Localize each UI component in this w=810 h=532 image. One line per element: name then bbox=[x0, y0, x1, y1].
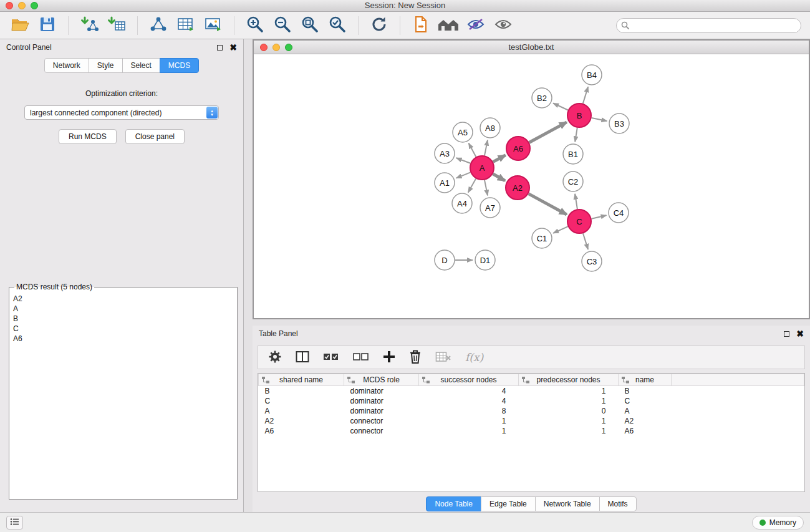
table-row[interactable]: Bdominator41B bbox=[259, 386, 804, 396]
minimize-window-button[interactable] bbox=[18, 2, 26, 9]
table-row[interactable]: A2connector11A2 bbox=[259, 416, 804, 426]
graph-node-A6[interactable]: A6 bbox=[506, 137, 530, 160]
zoom-selected-button[interactable] bbox=[326, 14, 349, 37]
graph-node-B[interactable]: B bbox=[567, 104, 591, 127]
graph-node-A[interactable]: A bbox=[470, 156, 494, 180]
table-cell[interactable]: 4 bbox=[419, 386, 519, 396]
graphics-details-button[interactable] bbox=[465, 14, 487, 37]
table-cell[interactable]: 1 bbox=[419, 416, 519, 426]
graph-node-A5[interactable]: A5 bbox=[453, 122, 473, 142]
table-cell[interactable]: C bbox=[619, 396, 672, 406]
new-network-button[interactable] bbox=[147, 14, 170, 37]
edge-B-B4[interactable] bbox=[583, 87, 588, 104]
table-cell[interactable]: A bbox=[619, 406, 672, 416]
import-network-button[interactable] bbox=[78, 14, 100, 37]
table-cell[interactable]: A6 bbox=[619, 426, 672, 436]
memory-button[interactable]: Memory bbox=[752, 516, 804, 530]
table-settings-button[interactable] bbox=[268, 350, 282, 365]
new-table-button[interactable] bbox=[175, 14, 197, 37]
edge-A-A8[interactable] bbox=[485, 140, 488, 156]
edge-C-C1[interactable] bbox=[553, 226, 568, 233]
edge-B-B3[interactable] bbox=[592, 118, 607, 121]
graph-node-C2[interactable]: C2 bbox=[563, 172, 583, 191]
mcds-result-item[interactable]: A bbox=[13, 304, 233, 314]
close-window-button[interactable] bbox=[6, 2, 13, 9]
zoom-network-window-button[interactable] bbox=[285, 44, 292, 51]
graph-node-D[interactable]: D bbox=[435, 250, 455, 270]
show-hide-button[interactable] bbox=[492, 14, 514, 37]
table-cell[interactable]: A2 bbox=[619, 416, 672, 426]
column-header-predecessor-nodes[interactable]: predecessor nodes bbox=[519, 374, 619, 386]
column-header-name[interactable]: name bbox=[619, 374, 672, 386]
import-table-button[interactable] bbox=[105, 14, 128, 37]
tab-network[interactable]: Network bbox=[44, 58, 89, 73]
table-cell[interactable]: 1 bbox=[519, 426, 619, 436]
edge-B-B1[interactable] bbox=[575, 128, 577, 142]
tab-motifs[interactable]: Motifs bbox=[599, 496, 637, 511]
zoom-in-button[interactable] bbox=[244, 14, 266, 37]
table-cell[interactable]: 8 bbox=[419, 406, 519, 416]
graph-node-A8[interactable]: A8 bbox=[480, 118, 500, 138]
graph-node-A3[interactable]: A3 bbox=[435, 143, 455, 163]
export-image-button[interactable] bbox=[202, 14, 224, 37]
table-cell[interactable]: 1 bbox=[519, 396, 619, 406]
unselect-all-button[interactable] bbox=[353, 352, 369, 363]
edge-A-A4[interactable] bbox=[468, 178, 476, 192]
edge-A-A6[interactable] bbox=[493, 155, 506, 162]
edge-A-A7[interactable] bbox=[485, 180, 488, 196]
table-cell[interactable]: 0 bbox=[519, 406, 619, 416]
float-table-panel-icon[interactable] bbox=[784, 331, 789, 337]
network-window-titlebar[interactable]: testGlobe.txt bbox=[254, 41, 809, 54]
network-graph[interactable]: B4B2BB3A5A8A6A3B1AC2A1A2A4A7C4CC1C3DD1 bbox=[254, 54, 809, 318]
edge-A6-B[interactable] bbox=[529, 122, 567, 143]
tab-mcds[interactable]: MCDS bbox=[160, 58, 199, 73]
edge-A2-C[interactable] bbox=[529, 194, 567, 215]
table-cell[interactable]: dominator bbox=[344, 396, 419, 406]
column-header-shared-name[interactable]: shared name bbox=[259, 374, 344, 386]
table-row[interactable]: Adominator80A bbox=[259, 406, 804, 416]
table-row[interactable]: Cdominator41C bbox=[259, 396, 804, 406]
edge-B-B2[interactable] bbox=[553, 104, 568, 110]
table-cell[interactable]: connector bbox=[344, 416, 419, 426]
graph-node-B2[interactable]: B2 bbox=[532, 88, 552, 108]
tab-network-table[interactable]: Network Table bbox=[535, 496, 600, 511]
mcds-result-item[interactable]: B bbox=[13, 314, 233, 324]
close-panel-button[interactable]: Close panel bbox=[125, 129, 185, 144]
zoom-out-button[interactable] bbox=[271, 14, 294, 37]
tab-node-table[interactable]: Node Table bbox=[426, 496, 481, 511]
tab-edge-table[interactable]: Edge Table bbox=[481, 496, 536, 511]
table-row[interactable]: A6connector11A6 bbox=[259, 426, 804, 436]
select-all-button[interactable] bbox=[323, 352, 339, 363]
table-cell[interactable]: dominator bbox=[344, 386, 419, 396]
edge-A-A3[interactable] bbox=[456, 158, 471, 163]
save-session-button[interactable] bbox=[36, 14, 59, 37]
table-cell[interactable]: 1 bbox=[519, 416, 619, 426]
mcds-result-item[interactable]: A6 bbox=[13, 334, 233, 344]
graph-node-D1[interactable]: D1 bbox=[475, 250, 495, 270]
graph-node-B1[interactable]: B1 bbox=[563, 144, 583, 164]
delete-row-button[interactable] bbox=[409, 349, 422, 366]
graph-node-C1[interactable]: C1 bbox=[532, 228, 552, 248]
edge-A-A2[interactable] bbox=[493, 174, 505, 181]
table-cell[interactable]: 4 bbox=[419, 396, 519, 406]
function-builder-button[interactable]: f(x) bbox=[465, 351, 483, 364]
column-header-successor-nodes[interactable]: successor nodes bbox=[419, 374, 519, 386]
graph-node-B4[interactable]: B4 bbox=[582, 65, 602, 85]
graph-node-A7[interactable]: A7 bbox=[480, 198, 500, 218]
float-panel-icon[interactable] bbox=[217, 45, 223, 51]
edge-A-A1[interactable] bbox=[456, 172, 471, 178]
minimize-network-window-button[interactable] bbox=[272, 44, 280, 51]
graph-node-B3[interactable]: B3 bbox=[609, 114, 629, 133]
table-cell[interactable]: connector bbox=[344, 426, 419, 436]
table-cell[interactable]: B bbox=[619, 386, 672, 396]
zoom-fit-button[interactable] bbox=[299, 14, 321, 37]
zoom-window-button[interactable] bbox=[31, 2, 38, 9]
graph-node-A1[interactable]: A1 bbox=[435, 173, 455, 193]
edge-C-C4[interactable] bbox=[592, 215, 607, 218]
show-column-button[interactable] bbox=[296, 351, 309, 365]
open-recent-file-button[interactable] bbox=[410, 14, 432, 37]
close-network-window-button[interactable] bbox=[260, 44, 268, 51]
criterion-dropdown[interactable]: largest connected component (directed) ▲… bbox=[24, 105, 219, 120]
tab-style[interactable]: Style bbox=[89, 58, 123, 73]
edge-A-A5[interactable] bbox=[469, 143, 476, 157]
